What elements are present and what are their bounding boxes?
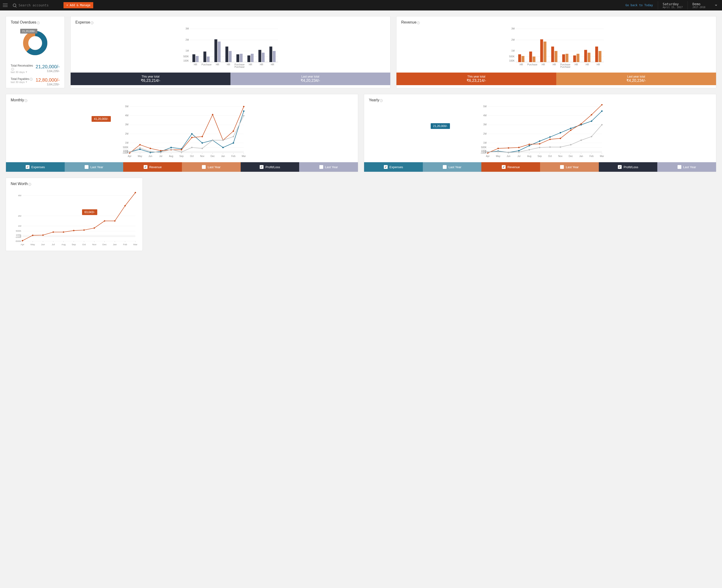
legend-profitloss[interactable]: Profit/Loss: [241, 162, 299, 172]
svg-text:100K: 100K: [16, 234, 21, 236]
svg-rect-55: [540, 39, 543, 62]
svg-rect-30: [251, 54, 254, 62]
expense-this-year: This year total₹6,23,214/-: [71, 72, 230, 85]
legend-revenue[interactable]: Revenue: [481, 162, 540, 172]
svg-point-133: [181, 149, 182, 151]
svg-point-117: [140, 149, 141, 150]
svg-text:Sep: Sep: [179, 155, 184, 158]
checkbox-icon: [678, 165, 681, 169]
svg-text:HR: HR: [216, 63, 219, 66]
checkbox-icon: [260, 165, 263, 169]
svg-text:2M: 2M: [483, 132, 487, 135]
svg-text:4M: 4M: [18, 194, 21, 197]
revenue-title: Revenue?: [397, 16, 716, 26]
legend-expenses-ly[interactable]: Last Year: [65, 162, 123, 172]
svg-point-207: [497, 148, 499, 149]
legend-expenses-ly[interactable]: Last Year: [423, 162, 482, 172]
svg-text:HR: HR: [194, 63, 197, 66]
svg-rect-58: [551, 47, 554, 62]
legend-expenses[interactable]: Expenses: [6, 162, 65, 172]
svg-point-197: [518, 150, 519, 151]
legend-expenses[interactable]: Expenses: [364, 162, 423, 172]
svg-text:HR: HR: [586, 63, 589, 66]
date-block: Saturday April 15, 2017: [658, 1, 687, 9]
info-icon[interactable]: ?: [37, 21, 40, 24]
svg-rect-50: [522, 56, 524, 62]
svg-text:Mar: Mar: [133, 243, 138, 246]
svg-rect-59: [555, 51, 557, 62]
legend-profitloss-ly[interactable]: Last Year: [657, 162, 716, 172]
info-icon[interactable]: ?: [417, 21, 420, 24]
info-icon[interactable]: ?: [380, 99, 383, 102]
svg-point-226: [570, 144, 571, 146]
svg-point-135: [201, 136, 203, 137]
legend-profitloss-ly[interactable]: Last Year: [299, 162, 358, 172]
legend-revenue-ly[interactable]: Last Year: [540, 162, 599, 172]
search-input[interactable]: [16, 3, 61, 7]
company-selector[interactable]: Demo 2017-2018: [687, 1, 722, 9]
svg-point-227: [580, 140, 582, 141]
svg-text:May: May: [138, 155, 142, 158]
payables-subvalue: 3,64,235/-: [36, 83, 60, 86]
svg-text:3M: 3M: [483, 123, 487, 126]
svg-text:Jul: Jul: [517, 155, 521, 158]
svg-text:500K: 500K: [123, 146, 129, 149]
svg-point-147: [201, 148, 203, 149]
svg-rect-23: [229, 51, 232, 62]
add-manage-button[interactable]: + Add & Manage: [63, 2, 93, 8]
payables-period-dropdown[interactable]: last 30 days: [11, 81, 33, 83]
svg-point-138: [233, 130, 234, 132]
svg-point-201: [559, 132, 561, 133]
svg-point-139: [243, 106, 245, 107]
svg-text:4M: 4M: [125, 114, 128, 117]
svg-point-145: [181, 151, 182, 153]
svg-point-150: [233, 136, 234, 137]
svg-point-222: [529, 149, 530, 151]
fiscal-year: 2017-2018: [693, 6, 705, 8]
svg-point-216: [591, 114, 592, 115]
svg-text:100K: 100K: [481, 150, 487, 152]
menu-button[interactable]: [0, 0, 10, 10]
company-name: Demo: [693, 2, 705, 6]
overdues-title: Total Overdues?: [6, 16, 64, 26]
go-back-link[interactable]: Go back to Today: [621, 4, 658, 7]
svg-text:-500K: -500K: [15, 240, 21, 243]
receivables-period-dropdown[interactable]: last 30 days: [11, 71, 36, 74]
checkbox-icon: [85, 165, 88, 169]
payables-label: Total Payables: [11, 77, 29, 81]
svg-point-276: [83, 229, 85, 231]
legend-profitloss[interactable]: Profit/Loss: [599, 162, 658, 172]
svg-text:Sep: Sep: [537, 155, 542, 158]
svg-point-228: [591, 136, 592, 137]
svg-point-198: [529, 145, 530, 146]
info-icon[interactable]: ?: [28, 183, 31, 186]
svg-point-208: [508, 147, 509, 149]
svg-point-214: [570, 129, 571, 131]
info-icon[interactable]: ?: [11, 68, 14, 71]
svg-point-136: [212, 114, 213, 115]
expense-totals: This year total₹6,23,214/- Last year tot…: [71, 72, 390, 85]
svg-text:HR: HR: [227, 63, 230, 66]
legend-revenue[interactable]: Revenue: [123, 162, 182, 172]
checkbox-icon: [502, 165, 506, 169]
svg-text:3M: 3M: [125, 123, 128, 126]
svg-text:1M: 1M: [511, 49, 515, 52]
legend-revenue-ly[interactable]: Last Year: [182, 162, 241, 172]
svg-text:Apr: Apr: [21, 243, 24, 246]
info-icon[interactable]: ?: [30, 78, 33, 81]
svg-text:May: May: [496, 155, 501, 158]
svg-point-142: [150, 151, 151, 152]
expense-bar-chart: 100K500K1M2M3MHRPurchaseHRHRPurchasePurc…: [71, 26, 390, 72]
svg-point-200: [549, 136, 551, 138]
networth-tooltip: 63,043/-: [82, 209, 97, 215]
checkbox-icon: [202, 165, 206, 169]
svg-text:HR: HR: [553, 63, 556, 66]
svg-point-143: [160, 152, 162, 153]
info-icon[interactable]: ?: [24, 99, 27, 102]
date-label: April 15, 2017: [663, 6, 683, 8]
svg-text:1M: 1M: [483, 142, 487, 144]
info-icon[interactable]: ?: [91, 21, 93, 24]
svg-point-146: [191, 147, 193, 148]
donut-chart: 21,20,000/-: [6, 26, 64, 62]
svg-point-122: [191, 133, 193, 134]
